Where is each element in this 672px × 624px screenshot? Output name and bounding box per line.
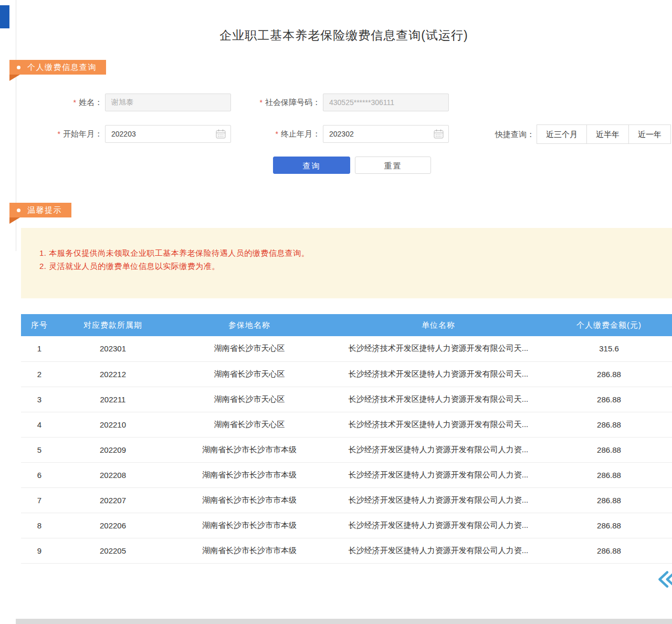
cell-amount: 286.88 [546, 412, 672, 437]
required-mark: * [74, 98, 76, 107]
required-mark: * [58, 130, 60, 138]
cell-insured-place: 湖南省长沙市长沙市市本级 [168, 437, 331, 462]
col-header-amount: 个人缴费金额(元) [546, 314, 672, 336]
page-title: 企业职工基本养老保险缴费信息查询(试运行) [16, 27, 672, 44]
cell-period: 202209 [58, 437, 168, 462]
cell-insured-place: 湖南省长沙市长沙市市本级 [168, 462, 331, 487]
cell-period: 202206 [58, 513, 168, 538]
table-body: 1 202301 湖南省长沙市天心区 长沙经济技术开发区捷特人力资源开发有限公司… [21, 336, 672, 563]
cell-period: 202212 [58, 361, 168, 387]
end-month-label: *终止年月： [239, 125, 320, 143]
double-chevron-left-icon[interactable] [657, 569, 672, 589]
col-header-unit-name: 单位名称 [331, 314, 546, 336]
cell-unit-name: 长沙经济开发区捷特人力资源开发有限公司人力资... [331, 513, 546, 538]
table-row: 2 202212 湖南省长沙市天心区 长沙经济技术开发区捷特人力资源开发有限公司… [21, 361, 672, 387]
cell-unit-name: 长沙经济技术开发区捷特人力资源开发有限公司天... [331, 387, 546, 412]
sidebar-corner-tab[interactable] [0, 5, 9, 28]
cell-insured-place: 湖南省长沙市长沙市市本级 [168, 487, 331, 513]
cell-index: 7 [21, 487, 58, 513]
cell-index: 5 [21, 437, 58, 462]
section-badge-tips: 温馨提示 [9, 203, 71, 217]
col-header-insured-place: 参保地名称 [168, 314, 331, 336]
cell-period: 202207 [58, 487, 168, 513]
reset-button[interactable]: 重置 [355, 157, 431, 174]
cell-period: 202208 [58, 462, 168, 487]
cell-index: 9 [21, 538, 58, 563]
cell-insured-place: 湖南省长沙市天心区 [168, 361, 331, 387]
ribbon-fold [9, 217, 20, 224]
bottom-scrollbar[interactable] [16, 619, 672, 624]
cell-amount: 286.88 [546, 361, 672, 387]
table-row: 4 202210 湖南省长沙市天心区 长沙经济技术开发区捷特人力资源开发有限公司… [21, 412, 672, 437]
section-badge-personal-query: 个人缴费信息查询 [9, 60, 106, 75]
notice-line-2: 2. 灵活就业人员的缴费单位信息以实际缴费为准。 [39, 262, 220, 272]
quick-query-label: 快捷查询： [475, 125, 534, 144]
cell-amount: 286.88 [546, 462, 672, 487]
ribbon-fold [9, 75, 20, 81]
cell-period: 202205 [58, 538, 168, 563]
cell-insured-place: 湖南省长沙市天心区 [168, 412, 331, 437]
table-row: 6 202208 湖南省长沙市长沙市市本级 长沙经济开发区捷特人力资源开发有限公… [21, 462, 672, 487]
table-row: 5 202209 湖南省长沙市长沙市市本级 长沙经济开发区捷特人力资源开发有限公… [21, 437, 672, 462]
table-row: 8 202206 湖南省长沙市长沙市市本级 长沙经济开发区捷特人力资源开发有限公… [21, 513, 672, 538]
notice-line-1: 1. 本服务仅提供尚未领取企业职工基本养老保险待遇人员的缴费信息查询。 [39, 248, 309, 258]
cell-index: 8 [21, 513, 58, 538]
table-row: 3 202211 湖南省长沙市天心区 长沙经济技术开发区捷特人力资源开发有限公司… [21, 387, 672, 412]
cell-unit-name: 长沙经济技术开发区捷特人力资源开发有限公司天... [331, 361, 546, 387]
cell-amount: 315.6 [546, 336, 672, 361]
calendar-icon[interactable] [216, 129, 226, 139]
required-mark: * [276, 130, 278, 138]
cell-index: 3 [21, 387, 58, 412]
start-month-input[interactable] [105, 125, 231, 143]
page: 企业职工基本养老保险缴费信息查询(试运行) 个人缴费信息查询 *姓名： *社会保… [0, 0, 672, 624]
cell-amount: 286.88 [546, 437, 672, 462]
cell-unit-name: 长沙经济技术开发区捷特人力资源开发有限公司天... [331, 412, 546, 437]
query-button[interactable]: 查询 [273, 157, 350, 174]
cell-amount: 286.88 [546, 513, 672, 538]
table-row: 1 202301 湖南省长沙市天心区 长沙经济技术开发区捷特人力资源开发有限公司… [21, 336, 672, 361]
cell-insured-place: 湖南省长沙市天心区 [168, 387, 331, 412]
cell-period: 202210 [58, 412, 168, 437]
bullet-icon [17, 209, 20, 212]
name-label: *姓名： [21, 93, 102, 111]
table-row: 7 202207 湖南省长沙市长沙市市本级 长沙经济开发区捷特人力资源开发有限公… [21, 487, 672, 513]
cell-unit-name: 长沙经济开发区捷特人力资源开发有限公司人力资... [331, 437, 546, 462]
section-badge-label: 温馨提示 [27, 205, 62, 215]
cell-unit-name: 长沙经济技术开发区捷特人力资源开发有限公司天... [331, 336, 546, 361]
col-header-index: 序号 [21, 314, 58, 336]
ssn-input[interactable] [323, 93, 449, 111]
name-input[interactable] [105, 93, 231, 111]
cell-unit-name: 长沙经济开发区捷特人力资源开发有限公司人力资... [331, 487, 546, 513]
start-month-label: *开始年月： [21, 125, 102, 143]
table-header-row: 序号 对应费款所属期 参保地名称 单位名称 个人缴费金额(元) [21, 314, 672, 336]
quick-btn-last-3-months[interactable]: 近三个月 [537, 124, 587, 144]
section-badge-label: 个人缴费信息查询 [27, 63, 97, 72]
required-mark: * [260, 98, 262, 107]
cell-unit-name: 长沙经济开发区捷特人力资源开发有限公司人力资... [331, 462, 546, 487]
ssn-label: *社会保障号码： [231, 93, 320, 111]
end-month-input[interactable] [323, 125, 449, 143]
quick-btn-last-half-year[interactable]: 近半年 [586, 124, 629, 144]
quick-btn-last-year[interactable]: 近一年 [628, 124, 671, 144]
cell-insured-place: 湖南省长沙市长沙市市本级 [168, 513, 331, 538]
cell-amount: 286.88 [546, 487, 672, 513]
cell-insured-place: 湖南省长沙市长沙市市本级 [168, 538, 331, 563]
cell-amount: 286.88 [546, 538, 672, 563]
col-header-period: 对应费款所属期 [58, 314, 168, 336]
cell-amount: 286.88 [546, 387, 672, 412]
cell-index: 2 [21, 361, 58, 387]
notice-box: 1. 本服务仅提供尚未领取企业职工基本养老保险待遇人员的缴费信息查询。 2. 灵… [21, 228, 672, 298]
cell-index: 1 [21, 336, 58, 361]
cell-period: 202211 [58, 387, 168, 412]
cell-index: 4 [21, 412, 58, 437]
calendar-icon[interactable] [434, 129, 444, 139]
table-row: 9 202205 湖南省长沙市长沙市市本级 长沙经济开发区捷特人力资源开发有限公… [21, 538, 672, 563]
quick-query-group: 近三个月 近半年 近一年 [537, 124, 671, 144]
cell-unit-name: 长沙经济开发区捷特人力资源开发有限公司人力资... [331, 538, 546, 563]
bullet-icon [17, 66, 20, 69]
cell-insured-place: 湖南省长沙市天心区 [168, 336, 331, 361]
results-table: 序号 对应费款所属期 参保地名称 单位名称 个人缴费金额(元) 1 202301… [21, 314, 672, 564]
cell-period: 202301 [58, 336, 168, 361]
cell-index: 6 [21, 462, 58, 487]
